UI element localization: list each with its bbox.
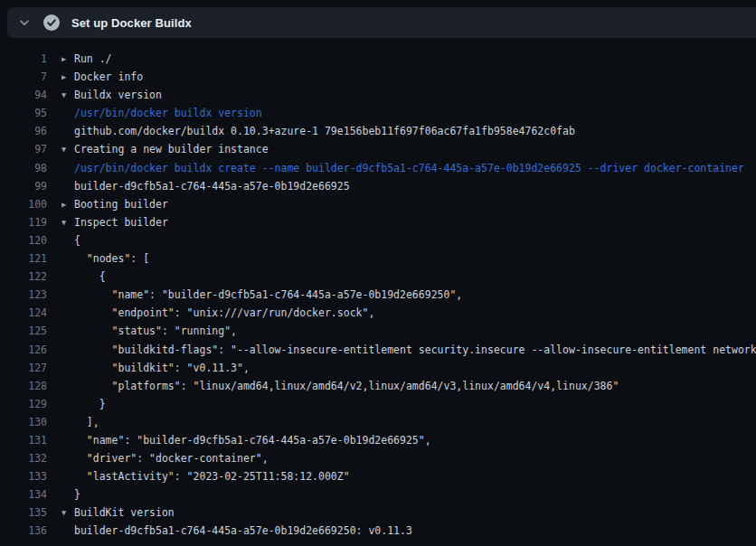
log-text: builder-d9cfb5a1-c764-445a-a57e-0b19d2e6… [74,180,350,193]
log-line: 124 "endpoint": "unix:///var/run/docker.… [0,304,756,322]
group-title: Buildx version [74,89,162,101]
log-text: "lastActivity": "2023-02-25T11:58:12.000… [74,470,350,483]
log-line: 95/usr/bin/docker buildx version [0,104,756,122]
log-line: 96github.com/docker/buildx 0.10.3+azure-… [0,122,756,140]
line-number[interactable]: 135 [0,504,47,522]
triangle-expanded-icon[interactable]: ▼ [61,86,71,104]
log-group-row[interactable]: 135▼BuildKit version [0,504,756,522]
triangle-expanded-icon[interactable]: ▼ [61,504,71,522]
log-line: 121 "nodes": [ [0,249,756,268]
log-text: } [74,398,106,410]
log-line: 120{ [0,231,756,249]
line-number[interactable]: 98 [0,159,47,177]
log-text: "status": "running", [74,325,237,337]
log-text: "name": "builder-d9cfb5a1-c764-445a-a57e… [74,434,431,447]
group-title: Booting builder [74,198,168,211]
log-text: { [74,270,106,283]
line-number[interactable]: 120 [0,231,47,249]
line-number[interactable]: 122 [0,268,47,286]
line-number[interactable]: 94 [0,86,47,104]
chevron-down-icon[interactable] [17,15,32,30]
log-line: 128 "platforms": "linux/amd64,linux/amd6… [0,377,756,395]
log-text: "platforms": "linux/amd64,linux/amd64/v2… [74,380,619,392]
log-text: github.com/docker/buildx 0.10.3+azure-1 … [74,125,575,137]
group-title: Run ./ [74,52,112,65]
line-number[interactable]: 99 [0,177,47,195]
log-group-row[interactable]: 119▼Inspect builder [0,213,756,231]
line-number[interactable]: 128 [0,377,47,395]
line-number[interactable]: 95 [0,104,47,122]
log-group-row[interactable]: 100▶Booting builder [0,195,756,213]
log-text: { [74,234,80,247]
log-line: 123 "name": "builder-d9cfb5a1-c764-445a-… [0,286,756,304]
log-line: 131 "name": "builder-d9cfb5a1-c764-445a-… [0,431,756,449]
log-text: "endpoint": "unix:///var/run/docker.sock… [74,306,374,319]
triangle-collapsed-icon[interactable]: ▶ [61,195,71,213]
log-text: builder-d9cfb5a1-c764-445a-a57e-0b19d2e6… [74,524,412,537]
log-text: "name": "builder-d9cfb5a1-c764-445a-a57e… [74,288,462,301]
line-number[interactable]: 123 [0,286,47,304]
check-circle-icon [43,14,60,31]
log-text: /usr/bin/docker buildx version [74,107,262,119]
log-line: 99builder-d9cfb5a1-c764-445a-a57e-0b19d2… [0,177,756,195]
line-number[interactable]: 126 [0,341,47,359]
log-line: 129 } [0,395,756,413]
log-line: 134} [0,485,756,504]
log-text: "buildkit": "v0.11.3", [74,362,250,374]
log-line: 125 "status": "running", [0,322,756,340]
log-line: 126 "buildkitd-flags": "--allow-insecure… [0,341,756,359]
line-number[interactable]: 133 [0,467,47,485]
line-number[interactable]: 124 [0,304,47,322]
line-number[interactable]: 127 [0,359,47,377]
log-output: 1▶Run ./7▶Docker info94▼Buildx version95… [0,38,756,546]
log-group-row[interactable]: 97▼Creating a new builder instance [0,140,756,158]
line-number[interactable]: 136 [0,522,47,540]
log-line: 127 "buildkit": "v0.11.3", [0,359,756,377]
triangle-collapsed-icon[interactable]: ▶ [61,50,71,68]
triangle-expanded-icon[interactable]: ▼ [61,213,71,231]
line-number[interactable]: 97 [0,140,47,158]
line-number[interactable]: 121 [0,249,47,268]
log-line: 122 { [0,268,756,286]
log-group-row[interactable]: 1▶Run ./ [0,50,756,68]
line-number[interactable]: 129 [0,395,47,413]
step-title: Set up Docker Buildx [71,16,192,30]
log-line: 136builder-d9cfb5a1-c764-445a-a57e-0b19d… [0,522,756,540]
log-text: ], [74,416,99,428]
line-number[interactable]: 131 [0,431,47,449]
step-header[interactable]: Set up Docker Buildx [7,7,756,38]
line-number[interactable]: 130 [0,413,47,431]
log-text: /usr/bin/docker buildx create --name bui… [74,162,744,174]
log-text: "driver": "docker-container", [74,452,269,465]
triangle-expanded-icon[interactable]: ▼ [61,140,71,158]
line-number[interactable]: 125 [0,322,47,340]
log-line: 98/usr/bin/docker buildx create --name b… [0,159,756,177]
group-title: BuildKit version [74,506,175,519]
log-line: 133 "lastActivity": "2023-02-25T11:58:12… [0,467,756,485]
log-line: 132 "driver": "docker-container", [0,449,756,467]
triangle-collapsed-icon[interactable]: ▶ [61,68,71,86]
log-line: 130 ], [0,413,756,431]
line-number[interactable]: 134 [0,485,47,504]
log-text: "buildkitd-flags": "--allow-insecure-ent… [74,344,756,356]
log-group-row[interactable]: 7▶Docker info [0,68,756,86]
line-number[interactable]: 7 [0,68,47,86]
line-number[interactable]: 1 [0,50,47,68]
group-title: Inspect builder [74,216,168,229]
group-title: Creating a new builder instance [74,143,269,155]
log-text: } [74,488,80,501]
group-title: Docker info [74,71,143,83]
line-number[interactable]: 132 [0,449,47,467]
line-number[interactable]: 100 [0,195,47,213]
log-text: "nodes": [ [74,252,149,265]
log-group-row[interactable]: 94▼Buildx version [0,86,756,104]
line-number[interactable]: 119 [0,213,47,231]
line-number[interactable]: 96 [0,122,47,140]
